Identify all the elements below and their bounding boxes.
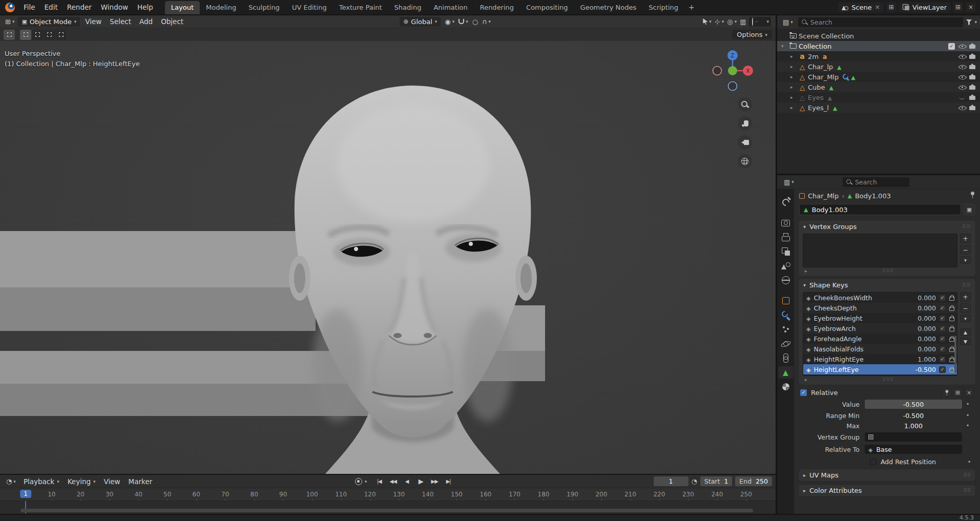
add-workspace-button[interactable]: + xyxy=(684,1,699,13)
xray-toggle[interactable]: ▥ xyxy=(740,18,746,26)
lock-icon[interactable] xyxy=(949,305,954,311)
list-filter-arrow[interactable]: ▸ xyxy=(805,377,807,382)
menu-item[interactable]: File xyxy=(19,1,40,13)
range-max-field[interactable]: 1.000 xyxy=(865,421,962,430)
perspective-toggle-button[interactable] xyxy=(738,154,752,169)
camera-icon[interactable] xyxy=(969,64,976,69)
menu-item[interactable]: Help xyxy=(133,1,158,13)
gizmo-minus-z[interactable] xyxy=(728,82,737,91)
properties-tab[interactable] xyxy=(778,352,794,364)
vertex-group-specials-button[interactable]: ▾ xyxy=(960,256,971,264)
color-attributes-panel-header[interactable]: ▸ Color Attributes ⠿⠿ xyxy=(799,485,975,496)
selectability-filter-button[interactable]: ▾ xyxy=(703,18,712,25)
lock-icon[interactable] xyxy=(949,295,954,301)
proportional-editing-toggle[interactable]: ○ xyxy=(472,18,478,26)
panel-grip-icon[interactable]: ⠿⠿ xyxy=(962,224,971,230)
collection-checkbox[interactable]: ✓ xyxy=(948,43,955,50)
viewport-menu-item[interactable]: Add xyxy=(135,16,157,27)
playhead[interactable]: 1 xyxy=(20,490,31,498)
gizmo-minus-x[interactable] xyxy=(713,67,722,75)
outliner-row[interactable]: ▸ 2m ✓ xyxy=(777,51,980,61)
gizmo-x-label[interactable]: X xyxy=(746,68,750,74)
clear-shape-keys-button[interactable]: × xyxy=(964,388,974,397)
viewport-3d[interactable]: ⊞▾ ▣ Object Mode ▾ ViewSelectAddObject ⊕… xyxy=(0,15,776,474)
animate-dot[interactable]: • xyxy=(962,401,973,408)
editor-type-button[interactable]: ⊞▾ xyxy=(3,18,17,26)
add-shape-key-button[interactable]: + xyxy=(960,292,971,302)
shading-wireframe-button[interactable] xyxy=(751,17,754,26)
camera-icon[interactable] xyxy=(969,105,976,110)
expand-arrow[interactable]: ▸ xyxy=(790,95,798,100)
outliner-row[interactable]: ▸ Cube ✓ xyxy=(777,82,980,92)
vertex-group-field[interactable] xyxy=(865,432,962,442)
shape-key-mute-checkbox[interactable]: ✓ xyxy=(939,336,946,342)
shape-key-row[interactable]: HeightRightEye 1.000 ✓ xyxy=(803,354,957,364)
editor-type-button[interactable]: ◔▾ xyxy=(4,477,18,485)
shape-key-value[interactable]: 0.000 xyxy=(906,325,936,332)
gizmo-z-label[interactable]: Z xyxy=(731,53,735,58)
viewport-menu-item[interactable]: Select xyxy=(106,16,135,27)
prev-keyframe-icon[interactable]: ◀◀ xyxy=(386,476,400,486)
show-only-shape-key-button[interactable] xyxy=(942,388,951,397)
properties-tab[interactable] xyxy=(778,274,794,286)
viewport-menu-item[interactable]: View xyxy=(81,16,106,27)
properties-tab[interactable] xyxy=(778,217,794,229)
navigation-gizmo[interactable]: Z X xyxy=(710,48,755,93)
eye-icon[interactable] xyxy=(959,43,965,49)
new-viewlayer-button[interactable]: ⊞ xyxy=(953,2,963,12)
outliner-row[interactable]: ▸ Char_Mlp ✓ xyxy=(777,72,980,82)
shape-key-value-slider[interactable]: -0.500 xyxy=(865,400,962,409)
editor-type-button[interactable]: ▤▾ xyxy=(780,18,796,26)
end-frame-field[interactable]: End 250 xyxy=(735,476,772,486)
list-resize-grip[interactable]: ⠿⠿⠿ xyxy=(882,377,894,382)
outliner-row[interactable]: ▸ Eyes_l ✓ xyxy=(777,102,980,113)
eye-icon[interactable] xyxy=(959,74,965,80)
properties-tab[interactable] xyxy=(778,231,794,243)
timeline-scrollbar[interactable] xyxy=(20,509,753,512)
properties-tab[interactable] xyxy=(778,338,794,350)
workspace-tab[interactable]: Geometry Nodes xyxy=(574,1,643,14)
animate-dot[interactable]: • xyxy=(962,412,973,419)
camera-view-button[interactable] xyxy=(738,135,752,150)
menu-item[interactable]: Render xyxy=(62,1,96,13)
list-filter-arrow[interactable]: ▸ xyxy=(805,268,807,274)
properties-tab[interactable] xyxy=(778,381,794,393)
scene-selector[interactable]: Scene × xyxy=(838,2,884,12)
lock-icon[interactable] xyxy=(949,336,954,342)
camera-icon[interactable] xyxy=(969,74,976,79)
breadcrumb-data[interactable]: Body1.003 xyxy=(855,192,891,200)
animate-dot[interactable]: • xyxy=(962,422,973,429)
outliner-row[interactable]: Scene Collection ✓ xyxy=(777,31,980,41)
timeline-menu-item[interactable]: Marker▾ xyxy=(124,476,157,487)
shading-material-button[interactable] xyxy=(759,21,761,22)
preview-range-icon[interactable]: ◔ xyxy=(692,477,697,485)
menu-item[interactable]: Window xyxy=(96,1,133,13)
shape-key-value[interactable]: -0.500 xyxy=(906,366,936,373)
shape-key-row[interactable]: CheekBonesWidth 0.000 ✓ xyxy=(803,293,957,303)
lock-icon[interactable] xyxy=(949,326,954,331)
camera-icon[interactable] xyxy=(969,54,976,59)
workspace-tab[interactable]: Sculpting xyxy=(242,1,286,14)
jump-to-end-icon[interactable]: ▶| xyxy=(442,476,455,486)
panel-grip-icon[interactable]: ⠿⠿ xyxy=(962,282,971,288)
outliner-row[interactable]: ▸ Eyes ✓ xyxy=(777,92,980,102)
outliner-row[interactable]: ▾ Collection ✓ xyxy=(777,41,980,51)
shape-key-row[interactable]: HeightLeftEye -0.500 ✓ xyxy=(803,364,957,374)
timeline-menu-item[interactable]: Playback▾ xyxy=(19,476,64,487)
mode-select[interactable]: ▣ Object Mode ▾ xyxy=(18,17,80,27)
add-vertex-group-button[interactable]: + xyxy=(960,234,971,243)
blender-logo-icon[interactable] xyxy=(5,3,15,12)
workspace-tab[interactable]: Texture Paint xyxy=(333,1,388,14)
workspace-tab[interactable]: Compositing xyxy=(520,1,574,14)
viewport-menu-item[interactable]: Object xyxy=(157,16,187,27)
menu-item[interactable]: Edit xyxy=(40,1,62,13)
lock-icon[interactable] xyxy=(949,346,954,352)
shape-key-row[interactable]: EyebrowArch 0.000 ✓ xyxy=(803,323,957,334)
datablock-name-field[interactable]: ▲ Body1.003 xyxy=(799,204,961,215)
eye-closed-icon[interactable] xyxy=(959,95,965,99)
gizmos-toggle[interactable]: ⊹▾ xyxy=(715,18,724,26)
unlink-scene-icon[interactable]: × xyxy=(875,4,880,11)
shape-key-specials-button[interactable]: ▾ xyxy=(960,315,971,322)
shape-key-row[interactable]: EyebrowHeight 0.000 ✓ xyxy=(803,313,957,323)
properties-tab[interactable] xyxy=(778,196,794,209)
